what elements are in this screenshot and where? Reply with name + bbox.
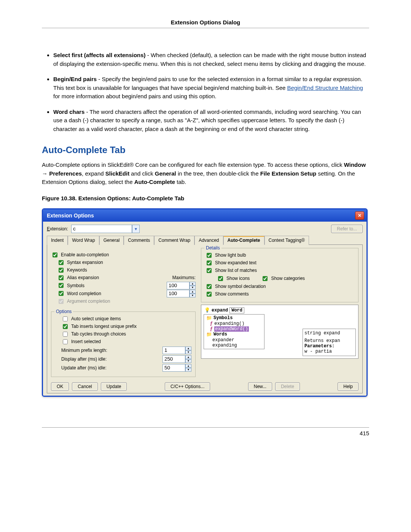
dialog-title: Extension Options [47,212,94,219]
text: string expand [304,331,354,336]
symbols-checkbox[interactable] [59,283,64,288]
intro-paragraph: Auto-Complete options in SlickEdit® Core… [42,161,369,187]
text: → [42,170,49,177]
tab-word-wrap[interactable]: Word Wrap [68,236,99,245]
spin-down-icon[interactable]: ▼ [185,368,191,372]
folder-icon: 📁 [206,315,212,321]
tab-indent[interactable]: Indent [47,236,68,245]
chevron-down-icon[interactable]: ▾ [132,225,140,233]
tab-comment-wrap[interactable]: Comment Wrap [154,236,194,245]
bullet-term: Select first (affects all extensions) [53,52,146,58]
text: Auto-Complete options in SlickEdit [42,161,129,168]
display-after-input[interactable] [162,355,185,363]
text: SlickEdit [105,170,129,177]
figure-caption: Figure 10.38. Extension Options: Auto-Co… [42,195,369,201]
refer-to-button[interactable]: Refer to... [331,225,363,233]
extension-input[interactable] [71,225,132,233]
label: Argument completion [67,299,110,304]
tab-bar: Indent Word Wrap General Comments Commen… [47,235,363,245]
label: Update after (ms) idle: [61,365,107,371]
cancel-button[interactable]: Cancel [72,382,97,391]
symbols-max-input[interactable] [167,282,190,289]
show-comments-checkbox[interactable] [207,292,212,297]
section-title: Auto-Complete Tab [42,145,369,155]
page-header: Extension Options Dialog [42,19,369,28]
label: expand [212,308,228,313]
spin-up-icon[interactable]: ▲ [190,282,196,286]
label: Display after (ms) idle: [61,356,107,362]
spin-up-icon[interactable]: ▲ [185,355,191,359]
label: Minimum prefix length: [61,348,107,353]
spin-down-icon[interactable]: ▼ [185,350,191,354]
help-button[interactable]: Help [338,382,358,391]
close-icon[interactable]: ✕ [355,211,364,220]
tab-general[interactable]: General [99,236,124,245]
bullet-term: Word chars [53,109,84,115]
update-button[interactable]: Update [101,382,127,391]
delete-button[interactable]: Delete [275,382,300,391]
text: Auto-Complete [134,179,175,185]
maximums-label: Maximums: [172,275,196,280]
ok-button[interactable]: OK [51,382,69,391]
begin-end-link[interactable]: Begin/End Structure Matching [287,85,363,91]
spin-up-icon[interactable]: ▲ [185,364,191,368]
tab-context-tagging[interactable]: Context Tagging® [264,236,309,245]
text: Core can be configured for each file ext… [134,161,344,168]
extension-label: Extension: [47,226,68,232]
update-after-input[interactable] [162,364,185,372]
titlebar: Extension Options ✕ [43,209,366,222]
spin-down-icon[interactable]: ▼ [190,286,196,289]
label: Enable auto-completion [61,252,109,257]
label: Tab inserts longest unique prefix [71,324,137,329]
text: Returns expan [304,338,354,343]
min-prefix-input[interactable] [162,347,185,354]
label: Tab cycles through choices [71,331,126,337]
tab-inserts-checkbox[interactable] [63,324,68,329]
show-expanded-text-checkbox[interactable] [207,260,212,265]
show-icons-checkbox[interactable] [218,276,223,281]
label: Alias expansion [67,275,99,280]
tab-cycles-checkbox[interactable] [63,332,68,337]
spin-up-icon[interactable]: ▲ [190,290,196,294]
tab-advanced[interactable]: Advanced [194,236,223,245]
label: Show categories [271,276,305,281]
bullet-term: Begin/End pairs [53,76,97,82]
syntax-expansion-checkbox[interactable] [59,260,64,265]
show-symbol-decl-checkbox[interactable] [207,284,212,289]
insert-selected-checkbox[interactable] [63,339,68,344]
label: Word [229,307,244,313]
show-list-matches-checkbox[interactable] [207,268,212,273]
show-categories-checkbox[interactable] [263,276,268,281]
word-completion-checkbox[interactable] [59,291,64,296]
lang-options-button[interactable]: C/C++ Options... [165,382,210,391]
alias-expansion-checkbox[interactable] [59,275,64,280]
declaration-box: string expand Returns expan Parameters: … [303,329,356,356]
text: General [155,170,176,177]
spin-up-icon[interactable]: ▲ [185,347,191,350]
show-light-bulb-checkbox[interactable] [207,253,212,258]
word-max-input[interactable] [167,290,190,297]
keywords-checkbox[interactable] [59,268,64,273]
label: expanding [212,343,237,348]
page-number: 415 [42,427,369,436]
spin-down-icon[interactable]: ▼ [190,294,196,297]
tab-comments[interactable]: Comments [124,236,154,245]
text: Parameters: [304,343,354,349]
label: expander [212,337,234,343]
preview-box: 💡expandWord 📁Symbols ƒexpanding() ƒexpan… [201,305,358,359]
reg-mark: ® [129,161,134,168]
enable-auto-complete-checkbox[interactable] [53,252,57,257]
label: Auto select unique items [71,316,121,321]
auto-select-checkbox[interactable] [63,316,68,321]
label: Symbols [213,315,233,321]
lightbulb-icon: 💡 [204,307,210,313]
label: Show light bulb [215,252,246,258]
spin-down-icon[interactable]: ▼ [185,359,191,363]
function-icon: ƒ [210,321,213,326]
selected-item[interactable]: expandWord() [214,326,249,332]
new-button[interactable]: New... [248,382,272,391]
text: and click [129,170,155,177]
tab-auto-complete[interactable]: Auto-Complete [223,236,264,245]
label: Show comments [215,291,249,297]
text: in the tree, then double-click the [176,170,260,177]
